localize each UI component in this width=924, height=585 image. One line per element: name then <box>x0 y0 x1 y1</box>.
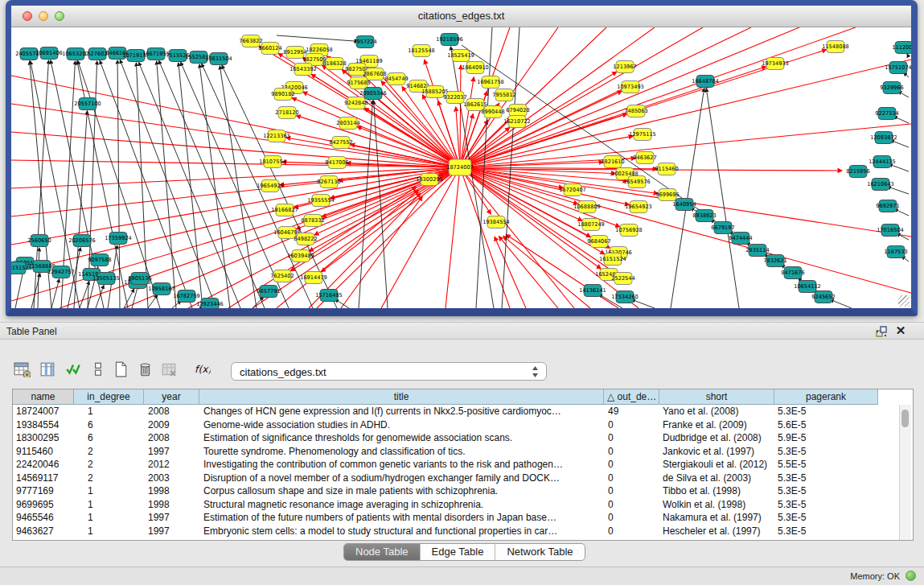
graph-edge[interactable] <box>188 167 460 308</box>
cell-short: Tibbo et al. (1998) <box>659 484 774 498</box>
graph-edge[interactable] <box>364 108 460 167</box>
graph-node-label: 19218596 <box>436 36 463 43</box>
rows-icon[interactable] <box>89 361 110 381</box>
graph-edge[interactable] <box>425 60 460 167</box>
table-row[interactable]: 1830029562008Estimation of significance … <box>13 431 897 445</box>
cell-name: 9777169 <box>13 484 74 498</box>
network-window-titlebar[interactable]: citations_edges.txt <box>11 6 911 27</box>
graph-edge[interactable] <box>495 237 526 308</box>
table-row[interactable]: 1456911722003Disruption of a novel membe… <box>13 472 897 485</box>
graph-node-label: 2867608 <box>363 71 386 77</box>
cell-year: 2009 <box>144 418 199 432</box>
tab-edge-table[interactable]: Edge Table <box>421 544 496 560</box>
table-row[interactable]: 977716911998Corpus callosum shape and si… <box>13 484 897 498</box>
graph-edge[interactable] <box>499 237 558 308</box>
new-file-icon[interactable] <box>112 361 133 381</box>
graph-edge[interactable] <box>11 104 460 167</box>
cell-out_de: 0 <box>604 445 659 459</box>
graph-edge[interactable] <box>631 299 655 308</box>
table-row[interactable]: 946554611997Estimation of the future num… <box>13 511 897 525</box>
graph-edge[interactable] <box>889 164 909 171</box>
graph-edge[interactable] <box>890 140 909 147</box>
trash-icon[interactable] <box>136 361 157 381</box>
table-row[interactable]: 969969511998Structural magnetic resonanc… <box>13 498 897 512</box>
resize-grip-icon[interactable] <box>898 295 910 307</box>
float-panel-icon[interactable] <box>875 325 888 338</box>
table-row[interactable]: 1872400712008Changes of HCN gene express… <box>13 405 897 418</box>
graph-edge[interactable] <box>460 65 461 167</box>
graph-node-label: 9699695 <box>655 192 679 198</box>
cell-short: Franke et al. (2009) <box>659 418 774 432</box>
graph-node-label: 2718120 <box>275 109 298 116</box>
graph-node-label: 10654112 <box>794 283 821 290</box>
close-icon[interactable]: ✕ <box>894 323 907 338</box>
cell-short: Hescheler et al. (1997) <box>659 525 774 538</box>
graph-edge[interactable] <box>381 167 460 308</box>
graph-edge[interactable] <box>456 107 460 167</box>
cell-pagerank: 5.5E-5 <box>774 458 878 472</box>
table-columns-icon[interactable] <box>39 361 60 381</box>
graph-edge[interactable] <box>11 132 460 167</box>
graph-edge[interactable] <box>907 54 909 57</box>
table-disabled-icon[interactable] <box>160 361 181 381</box>
graph-edge[interactable] <box>148 295 158 308</box>
table-row[interactable]: 1938455462009Genome-wide association stu… <box>13 418 897 432</box>
function-icon[interactable]: f(x) <box>193 361 214 381</box>
table-row[interactable]: 2242004622012Investigating the contribut… <box>13 458 897 472</box>
graph-edge[interactable] <box>460 162 603 167</box>
tab-network-table[interactable]: Network Table <box>495 544 584 560</box>
graph-edge[interactable] <box>179 63 203 308</box>
graph-edge[interactable] <box>460 27 606 167</box>
cell-out_de: 49 <box>604 405 659 418</box>
select-checks-icon[interactable] <box>64 361 85 381</box>
node-table: namein_degreeyeartitle△ out_de…shortpage… <box>12 389 914 541</box>
graph-node-label: 16961758 <box>477 79 504 85</box>
graph-edge[interactable] <box>460 167 639 308</box>
column-header-title[interactable]: title <box>199 389 604 405</box>
cell-name: 19384554 <box>13 418 74 432</box>
column-header-short[interactable]: short <box>659 389 774 405</box>
cell-pagerank: 5.3E-5 <box>774 525 878 538</box>
scrollbar-thumb[interactable] <box>901 410 909 427</box>
graph-edge[interactable] <box>706 89 739 308</box>
column-header-in_degree[interactable]: in_degree <box>74 389 144 405</box>
column-header-year[interactable]: year <box>144 389 199 405</box>
table-select-dropdown[interactable]: citations_edges.txt <box>231 362 547 381</box>
vertical-scrollbar[interactable] <box>899 405 911 540</box>
graph-edge[interactable] <box>460 77 474 167</box>
graph-node-label: 11548088 <box>822 43 849 50</box>
graph-edge[interactable] <box>357 126 460 167</box>
graph-edge[interactable] <box>322 167 460 272</box>
graph-node-label: 12444135 <box>869 159 896 165</box>
graph-edge[interactable] <box>341 196 422 308</box>
column-header-pagerank[interactable]: pagerank <box>774 389 878 405</box>
graph-node-label: 20206576 <box>68 237 96 244</box>
graph-edge[interactable] <box>277 35 358 41</box>
table-row[interactable]: 946362711997Embryonic stem cells: a mode… <box>13 525 897 538</box>
cell-pagerank: 5.3E-5 <box>774 472 878 485</box>
graph-node-label: 19654928 <box>257 183 284 189</box>
cell-name: 9465546 <box>13 511 74 525</box>
graph-edge[interactable] <box>157 61 176 308</box>
graph-edge[interactable] <box>460 27 655 167</box>
graph-edge[interactable] <box>11 160 460 167</box>
graph-edge[interactable] <box>460 167 510 308</box>
graph-edge[interactable] <box>460 167 911 293</box>
graph-node-label: 7625402 <box>270 273 294 279</box>
network-canvas[interactable]: 7663822866012489129541822605898275098186… <box>11 27 911 308</box>
tab-node-table[interactable]: Node Table <box>344 544 421 560</box>
table-settings-icon[interactable] <box>13 361 34 381</box>
table-row[interactable]: 911546021997Tourette syndrome. Phenomeno… <box>13 445 897 459</box>
cell-short: de Silva et al. (2003) <box>659 472 774 485</box>
graph-edge[interactable] <box>830 299 852 308</box>
graph-node-label: 8990448 <box>481 109 504 115</box>
column-header-name[interactable]: name <box>13 389 74 405</box>
graph-node-label: 8498222 <box>294 236 317 242</box>
graph-edge[interactable] <box>51 279 60 308</box>
graph-edge[interactable] <box>296 116 460 167</box>
network-graph[interactable]: 7663822866012489129541822605898275098186… <box>11 27 911 308</box>
graph-edge[interactable] <box>15 270 23 308</box>
graph-edge[interactable] <box>460 27 856 167</box>
column-header-out_de[interactable]: △ out_de… <box>604 389 659 405</box>
graph-edge[interactable] <box>120 60 216 308</box>
